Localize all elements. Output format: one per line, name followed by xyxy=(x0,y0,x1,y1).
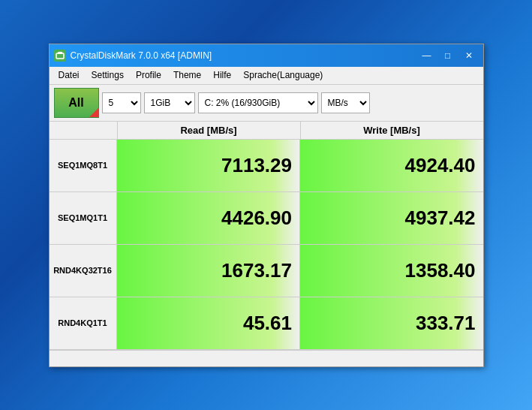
write-cell-rnd4k-q1t1: 333.71 xyxy=(300,297,483,349)
read-value-rnd4k-q32t16: 1673.17 xyxy=(221,259,292,282)
menu-datei[interactable]: Datei xyxy=(53,68,86,82)
unit-select[interactable]: MB/s GB/s IOPS μs xyxy=(321,92,370,113)
svg-rect-0 xyxy=(56,53,64,59)
menu-profile[interactable]: Profile xyxy=(130,68,167,82)
read-value-seq1m-q1t1: 4426.90 xyxy=(221,207,292,230)
menu-theme[interactable]: Theme xyxy=(167,68,207,82)
minimize-button[interactable]: — xyxy=(417,48,437,63)
table-row: RND4K Q32T16 1673.17 1358.40 xyxy=(50,245,483,297)
window-title: CrystalDiskMark 7.0.0 x64 [ADMIN] xyxy=(71,50,417,61)
table-row: SEQ1M Q1T1 4426.90 4937.42 xyxy=(50,192,483,245)
app-icon xyxy=(54,50,66,62)
status-bar xyxy=(50,350,483,366)
size-select[interactable]: 1GiB 512MiB 256MiB 64MiB 32MiB 16MiB xyxy=(144,92,195,113)
table-row: SEQ1M Q8T1 7113.29 4924.40 xyxy=(50,140,483,192)
count-select[interactable]: 5 1 3 9 xyxy=(102,92,141,113)
read-value-seq1m-q8t1: 7113.29 xyxy=(221,154,292,177)
write-cell-seq1m-q8t1: 4924.40 xyxy=(300,140,483,191)
toolbar: All 5 1 3 9 1GiB 512MiB 256MiB 64MiB 32M… xyxy=(50,85,483,122)
menu-bar: Datei Settings Profile Theme Hilfe Sprac… xyxy=(50,67,483,85)
maximize-button[interactable]: □ xyxy=(438,48,458,63)
read-cell-seq1m-q1t1: 4426.90 xyxy=(117,192,301,244)
row-label-rnd4k-q32t16: RND4K Q32T16 xyxy=(50,245,117,297)
results-table: Read [MB/s] Write [MB/s] SEQ1M Q8T1 7113… xyxy=(50,122,483,350)
menu-language[interactable]: Sprache(Language) xyxy=(237,68,329,82)
write-cell-seq1m-q1t1: 4937.42 xyxy=(300,192,483,244)
write-value-seq1m-q1t1: 4937.42 xyxy=(405,207,476,230)
row-label-rnd4k-q1t1: RND4K Q1T1 xyxy=(50,297,117,349)
read-cell-rnd4k-q1t1: 45.61 xyxy=(117,297,301,349)
all-button[interactable]: All xyxy=(54,88,99,118)
menu-hilfe[interactable]: Hilfe xyxy=(207,68,237,82)
write-value-seq1m-q8t1: 4924.40 xyxy=(405,154,476,177)
read-cell-seq1m-q8t1: 7113.29 xyxy=(117,140,301,191)
table-row: RND4K Q1T1 45.61 333.71 xyxy=(50,297,483,350)
close-button[interactable]: ✕ xyxy=(459,48,479,63)
write-value-rnd4k-q32t16: 1358.40 xyxy=(405,259,476,282)
write-value-rnd4k-q1t1: 333.71 xyxy=(416,312,476,335)
read-header: Read [MB/s] xyxy=(117,122,301,139)
read-cell-rnd4k-q32t16: 1673.17 xyxy=(117,245,301,297)
menu-settings[interactable]: Settings xyxy=(86,68,130,82)
application-window: CrystalDiskMark 7.0.0 x64 [ADMIN] — □ ✕ … xyxy=(49,44,484,367)
table-header: Read [MB/s] Write [MB/s] xyxy=(50,122,483,140)
row-label-seq1m-q8t1: SEQ1M Q8T1 xyxy=(50,140,117,191)
write-header: Write [MB/s] xyxy=(301,122,483,139)
label-col-header xyxy=(50,122,117,139)
drive-select[interactable]: C: 2% (16/930GiB) xyxy=(198,92,318,113)
read-value-rnd4k-q1t1: 45.61 xyxy=(243,312,292,335)
row-label-seq1m-q1t1: SEQ1M Q1T1 xyxy=(50,192,117,244)
svg-rect-1 xyxy=(58,52,62,54)
window-controls: — □ ✕ xyxy=(417,48,479,63)
write-cell-rnd4k-q32t16: 1358.40 xyxy=(300,245,483,297)
title-bar: CrystalDiskMark 7.0.0 x64 [ADMIN] — □ ✕ xyxy=(50,44,483,67)
